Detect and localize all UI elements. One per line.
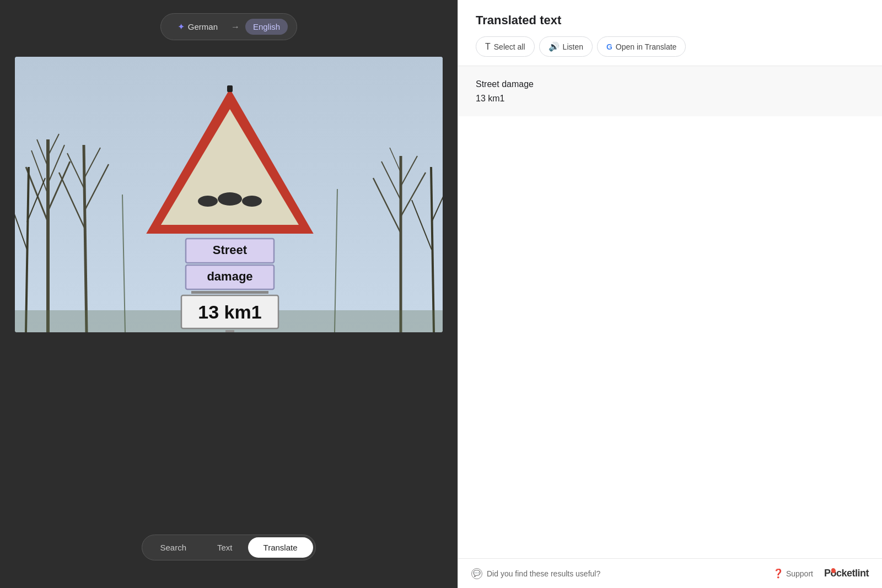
open-in-translate-label: Open in Translate xyxy=(616,42,677,51)
right-panel: Translated text T Select all 🔊 Listen G … xyxy=(458,0,882,588)
tab-translate[interactable]: Translate xyxy=(248,537,313,558)
feedback-row: 💬 Did you find these results useful? xyxy=(471,568,600,579)
listen-label: Listen xyxy=(563,42,583,51)
tab-search[interactable]: Search xyxy=(144,537,202,558)
support-label: Support xyxy=(786,569,813,578)
svg-text:Street: Street xyxy=(213,243,248,257)
feedback-question: Did you find these results useful? xyxy=(487,569,600,578)
language-selector: ✦ German → English xyxy=(160,13,297,40)
svg-point-30 xyxy=(198,196,218,207)
select-all-button[interactable]: T Select all xyxy=(476,36,535,57)
right-footer: 💬 Did you find these results useful? ❓ S… xyxy=(458,558,882,588)
target-language-label: English xyxy=(253,22,280,31)
language-arrow: → xyxy=(231,22,240,32)
road-sign-svg: Street damage 13 km1 xyxy=(142,84,318,332)
svg-text:damage: damage xyxy=(207,269,252,283)
listen-button[interactable]: 🔊 Listen xyxy=(539,36,593,57)
speaker-icon: 🔊 xyxy=(548,41,560,52)
left-panel: ✦ German → English xyxy=(0,0,458,588)
tab-text[interactable]: Text xyxy=(202,537,248,558)
bottom-navigation: Search Text Translate xyxy=(142,535,315,560)
target-language-button[interactable]: English xyxy=(245,19,288,35)
svg-point-31 xyxy=(218,192,242,206)
spark-icon: ✦ xyxy=(178,21,185,32)
right-header: Translated text T Select all 🔊 Listen G … xyxy=(458,0,882,66)
translated-line-2: 13 km1 xyxy=(476,91,864,106)
source-language-button[interactable]: ✦ German xyxy=(170,18,225,35)
image-container: Street damage 13 km1 xyxy=(15,57,443,332)
feedback-icon: 💬 xyxy=(471,568,482,579)
open-in-translate-button[interactable]: G Open in Translate xyxy=(597,36,686,57)
sign-image: Street damage 13 km1 xyxy=(15,57,443,332)
google-translate-icon: G xyxy=(606,42,612,51)
svg-rect-38 xyxy=(191,291,268,294)
svg-rect-33 xyxy=(227,85,233,92)
source-language-label: German xyxy=(188,22,218,31)
text-icon: T xyxy=(485,42,491,52)
svg-text:13 km1: 13 km1 xyxy=(198,301,261,322)
translated-content: Street damage 13 km1 xyxy=(458,66,882,116)
svg-point-32 xyxy=(242,196,262,207)
svg-rect-41 xyxy=(225,330,234,332)
support-icon: ❓ xyxy=(773,568,784,579)
action-buttons: T Select all 🔊 Listen G Open in Translat… xyxy=(476,36,864,57)
svg-marker-29 xyxy=(161,109,299,225)
translated-line-1: Street damage xyxy=(476,77,864,91)
pocketlint-logo: Pocketlint xyxy=(824,568,869,579)
support-link[interactable]: ❓ Support xyxy=(773,568,813,579)
translated-text-title: Translated text xyxy=(476,13,864,28)
select-all-label: Select all xyxy=(494,42,525,51)
